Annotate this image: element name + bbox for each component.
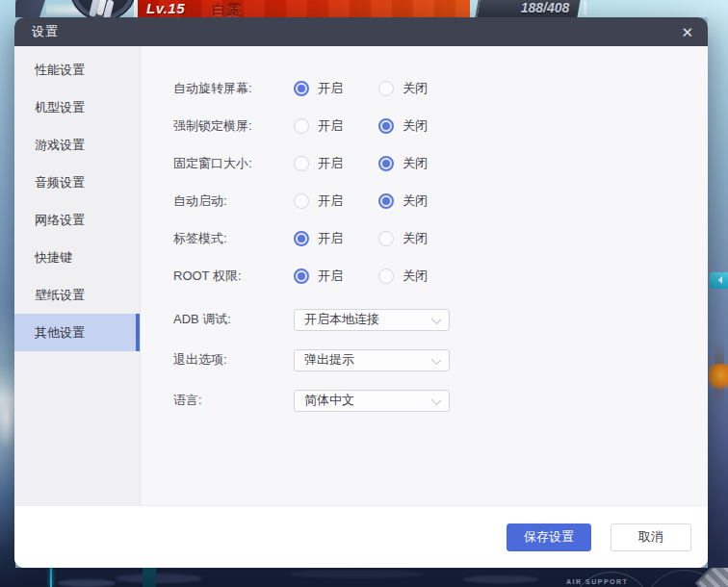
sidebar-item-1[interactable]: 机型设置 (14, 89, 140, 126)
game-art-right (708, 0, 728, 587)
radio-option-label: 关闭 (403, 155, 428, 172)
counter-pipe (584, 1, 586, 14)
setting-label: 自动旋转屏幕: (173, 80, 294, 97)
setting-label: 标签模式: (173, 230, 294, 247)
radio-option-label: 开启 (318, 192, 343, 210)
radio-option-off[interactable]: 关闭 (378, 268, 463, 285)
hud-teal-patch (143, 568, 156, 587)
dialog-titlebar: 设置 ✕ (14, 17, 708, 46)
chevron-down-icon (431, 395, 441, 404)
radio-icon[interactable] (294, 118, 309, 134)
dialog-title: 设置 (32, 23, 59, 40)
radio-option-label: 关闭 (403, 117, 428, 135)
sidebar-item-6[interactable]: 壁纸设置 (14, 276, 140, 314)
radio-icon-selected[interactable] (294, 81, 309, 96)
sidebar-item-3[interactable]: 音频设置 (14, 164, 140, 201)
radio-icon[interactable] (378, 81, 394, 96)
ammo-counter: 188/408 (475, 0, 581, 17)
radio-option-on[interactable]: 开启 (294, 192, 378, 210)
sidebar-item-0[interactable]: 性能设置 (14, 51, 140, 89)
setting-row: 自动旋转屏幕:开启关闭 (141, 69, 708, 107)
radio-icon-selected[interactable] (378, 118, 394, 134)
setting-label: 强制锁定横屏: (173, 117, 294, 135)
game-character-orange-detail (709, 364, 728, 393)
sidebar-item-5[interactable]: 快捷键 (14, 239, 140, 276)
radio-option-off[interactable]: 关闭 (378, 155, 463, 172)
hud-cyan-line (50, 568, 52, 587)
character-hp-bar: Lv.15 白露 (138, 0, 470, 17)
select-rows: ADB 调试:开启本地连接退出选项:弹出提示语言:简体中文 (141, 299, 708, 421)
dropdown-value: 弹出提示 (304, 351, 354, 369)
dropdown-value: 简体中文 (304, 392, 354, 409)
dropdown-select[interactable]: 简体中文 (294, 390, 450, 412)
setting-label: 自动启动: (173, 192, 294, 210)
setting-row: 强制锁定横屏:开启关闭 (141, 107, 708, 144)
setting-label: ADB 调试: (173, 311, 294, 328)
dropdown-select[interactable]: 开启本地连接 (294, 309, 450, 331)
game-art-left (0, 0, 15, 587)
radio-option-label: 开启 (318, 268, 343, 285)
radio-option-on[interactable]: 开启 (294, 230, 378, 247)
radio-option-label: 开启 (318, 230, 343, 247)
radio-icon-selected[interactable] (378, 156, 394, 171)
setting-row: ADB 调试:开启本地连接 (141, 299, 708, 340)
radio-option-on[interactable]: 开启 (294, 155, 378, 172)
radio-rows: 自动旋转屏幕:开启关闭强制锁定横屏:开启关闭固定窗口大小:开启关闭自动启动:开启… (141, 69, 708, 294)
radio-option-label: 关闭 (403, 80, 428, 97)
sidebar-item-4[interactable]: 网络设置 (14, 201, 140, 239)
dropdown-value: 开启本地连接 (304, 311, 379, 328)
character-name: 白露 (212, 1, 241, 17)
air-support-label: AIR SUPPORT (566, 578, 628, 585)
radio-option-label: 开启 (318, 117, 343, 135)
radio-icon[interactable] (378, 231, 394, 246)
radio-option-on[interactable]: 开启 (294, 80, 378, 97)
setting-label: 固定窗口大小: (173, 155, 294, 172)
ammo-counter-value: 188/408 (479, 0, 579, 15)
sidebar: 性能设置机型设置游戏设置音频设置网络设置快捷键壁纸设置其他设置 (14, 46, 141, 505)
radio-icon[interactable] (294, 156, 309, 171)
radio-option-off[interactable]: 关闭 (378, 80, 463, 97)
setting-row: ROOT 权限:开启关闭 (141, 257, 708, 294)
setting-label: 退出选项: (173, 351, 294, 369)
setting-row: 固定窗口大小:开启关闭 (141, 144, 708, 182)
radio-icon[interactable] (294, 193, 309, 209)
radio-icon-selected[interactable] (294, 231, 309, 246)
dropdown-select[interactable]: 弹出提示 (294, 349, 450, 371)
setting-row: 自动启动:开启关闭 (141, 182, 708, 219)
dialog-body: 性能设置机型设置游戏设置音频设置网络设置快捷键壁纸设置其他设置 自动旋转屏幕:开… (14, 46, 708, 505)
settings-content: 自动旋转屏幕:开启关闭强制锁定横屏:开启关闭固定窗口大小:开启关闭自动启动:开启… (141, 46, 708, 505)
sidebar-item-2[interactable]: 游戏设置 (14, 126, 140, 164)
lattice-decoration (695, 568, 728, 587)
setting-row: 退出选项:弹出提示 (141, 340, 708, 380)
close-icon[interactable]: ✕ (681, 25, 693, 39)
radio-option-off[interactable]: 关闭 (378, 192, 463, 210)
radio-option-on[interactable]: 开启 (294, 268, 378, 285)
radio-option-off[interactable]: 关闭 (378, 230, 463, 247)
radio-icon-selected[interactable] (378, 193, 394, 209)
radio-option-off[interactable]: 关闭 (378, 117, 463, 135)
radio-option-label: 关闭 (403, 230, 428, 247)
radio-icon[interactable] (378, 268, 394, 284)
radio-option-label: 关闭 (403, 192, 428, 210)
setting-row: 语言:简体中文 (141, 380, 708, 421)
radio-option-label: 开启 (318, 155, 343, 172)
dialog-footer: 保存设置 取消 (14, 505, 708, 568)
chevron-down-icon (431, 354, 441, 364)
save-settings-button[interactable]: 保存设置 (507, 523, 591, 551)
character-level: Lv.15 (146, 0, 185, 16)
emulator-sidebar-collapse-tab[interactable] (710, 272, 728, 289)
radio-icon-selected[interactable] (294, 268, 309, 284)
game-art-bottom: AIR SUPPORT (0, 568, 728, 587)
settings-dialog: 设置 ✕ 性能设置机型设置游戏设置音频设置网络设置快捷键壁纸设置其他设置 自动旋… (14, 17, 708, 568)
sidebar-item-7-selected[interactable]: 其他设置 (14, 314, 140, 351)
chevron-down-icon (431, 314, 441, 323)
setting-label: 语言: (173, 392, 294, 409)
radio-option-label: 开启 (318, 80, 343, 97)
cancel-button[interactable]: 取消 (611, 523, 691, 551)
collapse-arrow-icon (715, 276, 722, 284)
setting-row: 标签模式:开启关闭 (141, 219, 708, 257)
setting-label: ROOT 权限: (173, 268, 294, 285)
game-hud-top: Lv.15 白露 188/408 (0, 0, 728, 17)
radio-option-label: 关闭 (403, 268, 428, 285)
radio-option-on[interactable]: 开启 (294, 117, 378, 135)
